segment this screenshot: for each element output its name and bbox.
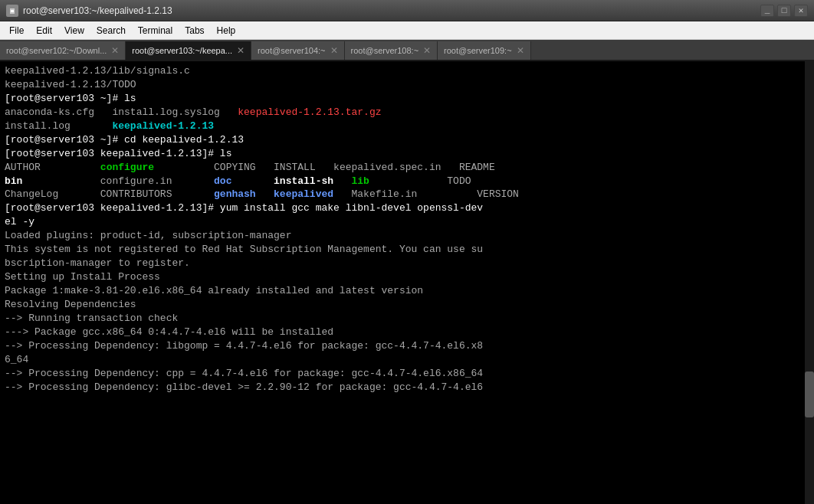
tab-server108-close[interactable]: ✕ <box>423 46 431 55</box>
tab-server102[interactable]: root@server102:~/Downl... ✕ <box>0 41 126 60</box>
terminal-line-1: keepalived-1.2.13/lib/signals.c <box>5 64 809 78</box>
terminal-line-23: --> Processing Dependency: cpp = 4.4.7-4… <box>5 367 809 381</box>
terminal-line-20: ---> Package gcc.x86_64 0:4.4.7-4.el6 wi… <box>5 326 809 339</box>
close-button[interactable]: ✕ <box>794 5 808 17</box>
terminal-line-3: [root@server103 ~]# ls <box>5 92 809 106</box>
terminal-line-6: [root@server103 ~]# cd keepalived-1.2.13 <box>5 133 809 147</box>
tab-server102-label: root@server102:~/Downl... <box>6 46 107 55</box>
menu-terminal[interactable]: Terminal <box>132 21 179 39</box>
terminal-line-14: This system is not registered to Red Hat… <box>5 243 809 257</box>
terminal-line-12: el -y <box>5 215 809 229</box>
tab-server103[interactable]: root@server103:~/keepa... ✕ <box>126 41 251 60</box>
tab-server109-label: root@server109:~ <box>444 46 512 55</box>
tab-server103-label: root@server103:~/keepa... <box>132 46 232 55</box>
scrollbar-thumb[interactable] <box>805 371 814 417</box>
terminal-line-13: Loaded plugins: product-id, subscription… <box>5 229 809 243</box>
tab-server104-label: root@server104:~ <box>258 46 326 55</box>
tab-server109[interactable]: root@server109:~ ✕ <box>438 41 531 60</box>
tab-server104-close[interactable]: ✕ <box>330 46 338 55</box>
terminal-line-17: Package 1:make-3.81-20.el6.x86_64 alread… <box>5 284 809 298</box>
window-controls: _ □ ✕ <box>760 5 808 17</box>
tab-server103-close[interactable]: ✕ <box>237 46 245 55</box>
window: ▣ root@server103:~/keepalived-1.2.13 _ □… <box>0 0 814 504</box>
menu-view[interactable]: View <box>58 21 90 39</box>
terminal-icon: ▣ <box>6 5 18 17</box>
terminal-line-10: ChangeLog CONTRIBUTORS genhash keepalive… <box>5 188 809 201</box>
terminal-line-9: bin configure.in doc install-sh lib TODO <box>5 175 809 188</box>
menu-tabs[interactable]: Tabs <box>179 21 210 39</box>
terminal-line-21: --> Processing Dependency: libgomp = 4.4… <box>5 339 809 353</box>
terminal-line-4: anaconda-ks.cfg install.log.syslog keepa… <box>5 106 809 119</box>
scrollbar[interactable] <box>805 61 814 504</box>
terminal-line-7: [root@server103 keepalived-1.2.13]# ls <box>5 147 809 161</box>
terminal-line-18: Resolving Dependencies <box>5 298 809 312</box>
menu-bar: File Edit View Search Terminal Tabs Help <box>0 21 814 40</box>
tab-server109-close[interactable]: ✕ <box>517 46 524 55</box>
maximize-button[interactable]: □ <box>777 5 791 17</box>
window-title: root@server103:~/keepalived-1.2.13 <box>23 5 172 16</box>
title-bar-left: ▣ root@server103:~/keepalived-1.2.13 <box>6 5 172 17</box>
terminal-line-8: AUTHOR configure COPYING INSTALL keepali… <box>5 161 809 175</box>
tab-server102-close[interactable]: ✕ <box>111 46 119 55</box>
terminal-line-24: --> Processing Dependency: glibc-devel >… <box>5 381 809 394</box>
tab-server108-label: root@server108:~ <box>351 46 419 55</box>
terminal-line-19: --> Running transaction check <box>5 312 809 326</box>
terminal-line-5: install.log keepalived-1.2.13 <box>5 119 809 133</box>
title-bar: ▣ root@server103:~/keepalived-1.2.13 _ □… <box>0 0 814 21</box>
menu-help[interactable]: Help <box>211 21 242 39</box>
tab-server108[interactable]: root@server108:~ ✕ <box>345 41 438 60</box>
minimize-button[interactable]: _ <box>760 5 774 17</box>
terminal-line-11: [root@server103 keepalived-1.2.13]# yum … <box>5 201 809 215</box>
menu-search[interactable]: Search <box>90 21 132 39</box>
terminal-output[interactable]: keepalived-1.2.13/lib/signals.c keepaliv… <box>0 61 814 504</box>
terminal-line-2: keepalived-1.2.13/TODO <box>5 78 809 92</box>
tab-server104[interactable]: root@server104:~ ✕ <box>251 41 345 60</box>
terminal-line-16: Setting up Install Process <box>5 270 809 284</box>
menu-edit[interactable]: Edit <box>30 21 58 39</box>
terminal-line-15: bscription-manager to register. <box>5 257 809 270</box>
terminal-line-22: 6_64 <box>5 353 809 367</box>
tabs-bar: root@server102:~/Downl... ✕ root@server1… <box>0 40 814 61</box>
menu-file[interactable]: File <box>3 21 30 39</box>
